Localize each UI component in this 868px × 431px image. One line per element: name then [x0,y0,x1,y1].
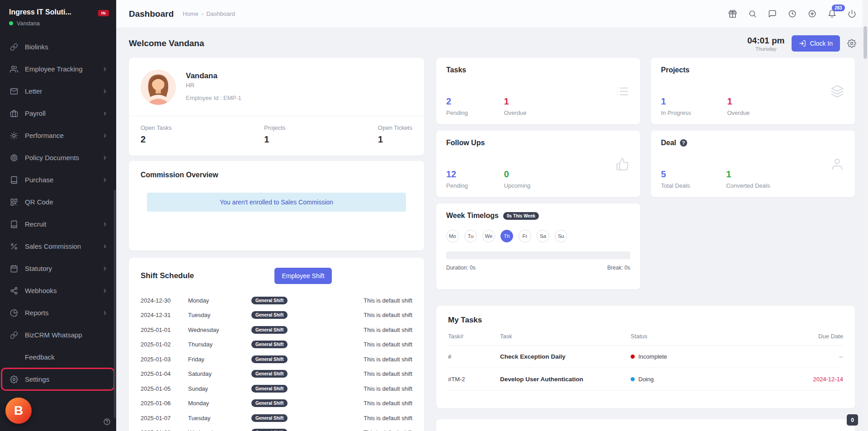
shift-badge: General Shift [251,429,288,431]
stat-item-upcoming: 0Upcoming [504,169,531,189]
profile-stat-open-tickets: Open Tickets1 [378,124,412,145]
my-tasks-table: Task#TaskStatusDue Date #Check Exception… [448,333,843,391]
clock-icon[interactable] [788,9,797,18]
day-pill-sa[interactable]: Sa [537,230,549,242]
sidebar-item-label: Reports [25,309,49,317]
sidebar: Ingress IT Soluti... IN Vandana Biolinks… [0,0,116,431]
briefcase-icon [10,109,18,118]
shift-badge: General Shift [251,326,288,334]
deal-help-icon[interactable] [680,139,687,147]
link-icon [10,331,18,339]
sidebar-user-name: Vandana [17,20,40,27]
stat-card-follow-ups: Follow Ups12Pending0Upcoming [436,131,640,197]
stat-item-pending: 12Pending [446,169,468,189]
column-due-date: Due Date [784,333,843,340]
timelogs-badge: 0s This Week [503,212,539,220]
task-row[interactable]: #Check Exception DailyIncomplete-- [448,346,843,368]
sidebar-item-payroll[interactable]: Payroll [0,102,116,124]
sidebar-item-biolinks[interactable]: Biolinks [0,36,116,58]
widget-counter[interactable]: 0 [847,414,858,426]
shift-row[interactable]: 2025-01-05SundayGeneral ShiftThis is def… [141,381,412,396]
task-title[interactable]: Develop User Authentication [500,376,631,383]
stat-value: 1 [264,134,285,145]
sidebar-scrollbar[interactable] [114,190,116,418]
sidebar-item-purchase[interactable]: Purchase [0,169,116,191]
sidebar-item-performance[interactable]: Performance [0,124,116,147]
sidebar-user: Vandana [9,20,107,27]
profile-employee-id: Employee Id : EMP-1 [186,95,241,101]
welcome-row: Welcome Vandana 04:01 pm Thursday Clock … [129,34,856,52]
sidebar-item-reports[interactable]: Reports [0,302,116,324]
shift-day: Wednesday [188,327,251,333]
company-name[interactable]: Ingress IT Soluti... [9,8,86,16]
day-pill-su[interactable]: Su [555,230,567,242]
page-scrollbar-thumb[interactable] [863,26,867,59]
dashboard-settings-gear-icon[interactable] [847,39,856,48]
shift-row[interactable]: 2024-12-30MondayGeneral ShiftThis is def… [141,293,412,308]
task-row[interactable]: #TM-2Develop User AuthenticationDoing202… [448,368,843,391]
day-pill-mo[interactable]: Mo [446,230,459,242]
sidebar-item-feedback[interactable]: Feedback [0,346,116,368]
sidebar-item-letter[interactable]: Letter [0,80,116,102]
shift-day: Tuesday [188,415,251,422]
sidebar-item-label: Feedback [25,353,55,361]
chevron-right-icon [102,243,108,250]
day-pill-th[interactable]: Th [500,230,513,242]
status-text: Doing [638,376,654,383]
column-status: Status [631,333,784,340]
stat-label: Total Deals [661,182,690,189]
stat-label: Overdue [504,109,527,116]
shift-row[interactable]: 2025-01-03FridayGeneral ShiftThis is def… [141,352,412,367]
sidebar-item-sales-commission[interactable]: Sales Commission [0,235,116,257]
clock-in-button[interactable]: Clock In [792,35,840,52]
shift-row[interactable]: 2025-01-02ThursdayGeneral ShiftThis is d… [141,337,412,352]
sidebar-item-employee-tracking[interactable]: Employee Tracking [0,58,116,80]
page-scrollbar[interactable] [863,0,868,431]
stat-cards-grid: Tasks2Pending1OverdueProjects1In Progres… [436,58,855,197]
stat-label: Overdue [727,109,750,116]
breadcrumb: Home Dashboard [183,10,235,17]
timelogs-days: MoTuWeThFrSaSu [446,230,630,242]
task-title[interactable]: Check Exception Daily [500,353,631,360]
shift-row[interactable]: 2025-01-01WednesdayGeneral ShiftThis is … [141,322,412,337]
right-column: Tasks2Pending1OverdueProjects1In Progres… [436,58,855,431]
shift-row[interactable]: 2025-01-04SaturdayGeneral ShiftThis is d… [141,367,412,382]
gift-icon[interactable] [728,9,737,18]
sidebar-item-label: Statutory [25,265,52,272]
status-text: Incomplete [638,353,667,360]
stat-value: 1 [661,96,691,107]
left-column: Vandana HR Employee Id : EMP-1 Open Task… [129,58,424,431]
employee-shift-button[interactable]: Employee Shift [274,268,331,284]
sidebar-item-policy-documents[interactable]: Policy Documents [0,147,116,169]
power-icon[interactable] [848,9,856,18]
shift-row[interactable]: 2025-01-06MondayGeneral ShiftThis is def… [141,396,412,411]
stat-value: 12 [446,169,468,180]
sidebar-item-statutory[interactable]: Statutory [0,257,116,279]
sidebar-item-webhooks[interactable]: Webhooks [0,279,116,302]
mail-icon [10,87,18,95]
status-dot [631,355,635,359]
plus-icon[interactable] [808,9,816,18]
note-icon[interactable] [768,9,777,18]
sidebar-item-settings[interactable]: Settings [0,368,116,390]
app-logo[interactable]: B [5,398,32,424]
sidebar-item-bizcrm-whatsapp[interactable]: BizCRM Whatsapp [0,324,116,346]
stat-value: 0 [504,169,531,180]
sidebar-item-recruit[interactable]: Recruit [0,213,116,235]
employee-shift-label: Employee Shift [282,272,324,279]
shift-date: 2025-01-03 [141,356,188,363]
shift-row[interactable]: 2024-12-31TuesdayGeneral ShiftThis is de… [141,308,412,323]
breadcrumb-home[interactable]: Home [183,10,198,17]
bell-icon[interactable]: 283 [828,9,836,18]
day-pill-we[interactable]: We [482,230,495,242]
sidebar-item-qr-code[interactable]: QR Code [0,191,116,213]
search-icon[interactable] [748,9,757,18]
shift-row[interactable]: 2025-01-07TuesdayGeneral ShiftThis is de… [141,411,412,426]
help-icon[interactable] [103,418,111,426]
stat-item-in-progress: 1In Progress [661,96,691,116]
shift-row[interactable]: 2025-01-08WednesdayGeneral ShiftThis is … [141,426,412,431]
day-pill-fr[interactable]: Fr [519,230,531,242]
welcome-title: Welcome Vandana [129,38,204,48]
day-pill-tu[interactable]: Tu [464,230,477,242]
shift-date: 2025-01-01 [141,327,188,333]
